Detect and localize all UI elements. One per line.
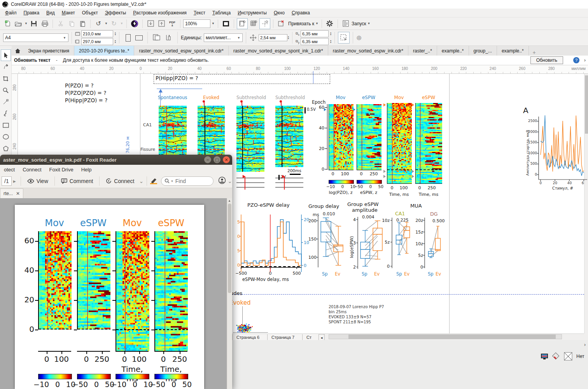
doc-tab-4[interactable]: raster_mov_sorted_espw_ink.cdr* [328,46,408,56]
menu-Справка[interactable]: Справка [288,9,313,16]
menu-Файл[interactable]: Файл [2,9,20,16]
find-box[interactable]: ▾ [161,176,214,186]
smear-tool[interactable] [1,108,11,119]
portrait-button[interactable] [122,32,133,43]
page-height-spinner[interactable]: ▴▾ [115,40,116,44]
page-width-field[interactable]: 210,0 мм [81,30,113,37]
crop-tool[interactable] [1,73,11,84]
new-tab-plus-icon[interactable]: + [529,49,540,56]
zoom-level-caret[interactable]: ▼ [211,22,215,25]
search-content-button[interactable] [130,19,140,29]
publish-pdf-button[interactable]: PDF⤓ [167,19,177,29]
welcome-home-icon[interactable] [12,46,23,56]
close-button[interactable]: ✕ [223,156,230,163]
doc-tab-0[interactable]: Экран приветствия [23,46,74,56]
menu-Правка[interactable]: Правка [20,9,43,16]
minimize-button[interactable]: – [204,156,211,163]
nudge-spinner[interactable]: ▴▾ [288,36,289,40]
rulers-toggle[interactable] [237,18,248,29]
launch-label[interactable]: Запуск [352,21,366,26]
doc-tab-2[interactable]: raster_mov_sorted_espw_spont_ink.cdr* [134,46,228,56]
horizontal-ruler[interactable]: 8060402002040608010012014016018020022024… [12,65,588,74]
no-fill-swatch[interactable] [564,352,572,361]
cut-button[interactable] [56,19,66,29]
undo-button[interactable]: ↺ [93,19,103,29]
tab-close-icon[interactable]: ✕ [16,191,20,196]
zoom-tool[interactable] [1,84,11,96]
comment-tab-button[interactable]: Comment [57,176,97,186]
foxit-window[interactable]: aster_mov_sorted_espw_ink.pdf - Foxit Re… [0,155,232,389]
fill-color-icon[interactable] [552,352,560,360]
undo-caret[interactable]: ▼ [104,22,108,25]
connect-caret[interactable]: ⌄ [139,178,144,184]
pdf-scrollbar-thumb[interactable] [228,204,231,293]
redo-caret[interactable]: ▼ [120,22,124,25]
foxit-menu-Connect[interactable]: Connect [19,166,45,173]
duplicate-x-field[interactable]: 6,35 мм [301,30,329,37]
page-width-spinner[interactable]: ▴▾ [115,32,116,36]
foxit-titlebar[interactable]: aster_mov_sorted_espw_ink.pdf - Foxit Re… [0,155,232,165]
redo-button[interactable]: ↻ [109,19,119,29]
open-button[interactable] [13,19,23,29]
menu-Текст[interactable]: Текст [190,9,209,16]
import-button[interactable] [145,19,156,29]
treat-as-filled-button[interactable] [338,32,350,44]
nudge-field[interactable]: 2,54 мм [259,34,287,41]
freehand-tool[interactable] [1,96,11,108]
menu-Растровые изображения[interactable]: Растровые изображения [130,9,190,16]
print-button[interactable] [40,19,50,29]
shape-tool[interactable] [1,61,11,73]
warning-close-icon[interactable]: › [584,58,586,63]
open-caret[interactable]: ▼ [24,22,28,25]
menu-Объект[interactable]: Объект [79,9,102,16]
doc-tab-1[interactable]: 2020-10-20 Figures te..* [74,46,134,56]
guidelines-toggle[interactable] [259,18,270,29]
zoom-level-select[interactable]: 100% [183,19,210,28]
launch-icon[interactable] [341,19,351,29]
next-page-icon[interactable]: ▸ [13,178,16,184]
highlighter-button[interactable] [150,178,157,184]
horizontal-scrollbar-thumb[interactable] [348,335,556,339]
doc-tab-8[interactable]: example..* [497,46,529,56]
view-tab-button[interactable]: View [23,176,52,186]
page-size-preset-select[interactable]: A4▼ [3,33,68,42]
paste-button[interactable] [77,19,88,29]
save-button[interactable] [29,19,39,29]
maximize-button[interactable]: ▢ [214,156,220,163]
update-text-button[interactable]: Обновить [530,56,563,64]
pdf-content-area[interactable] [0,198,227,389]
account-caret[interactable]: ⌄ [228,178,232,184]
fullscreen-preview-button[interactable] [221,19,231,29]
landscape-button[interactable] [133,32,144,43]
add-plus-icon[interactable]: ⊕ [356,34,362,42]
current-page-button[interactable] [163,32,174,43]
pdf-scroll-up-icon[interactable]: ▲ [228,199,231,202]
duplicate-y-field[interactable]: 6,35 мм [301,38,329,45]
scroll-right-arrow[interactable]: › [584,342,586,347]
dup-x-spinner[interactable]: ▴▾ [330,32,331,36]
help-icon[interactable]: ? [573,57,579,63]
find-caret[interactable]: ▾ [171,179,173,183]
page-height-field[interactable]: 297,0 мм [81,38,113,45]
menu-Макет[interactable]: Макет [58,9,79,16]
export-button[interactable] [156,19,166,29]
page-number-box[interactable]: /1 [2,176,12,186]
pick-tool[interactable] [1,49,11,61]
menu-Эффекты[interactable]: Эффекты [102,9,130,16]
pdf-vertical-scrollbar[interactable]: ▲ [227,198,232,389]
menu-Инструменты[interactable]: Инструменты [234,9,270,16]
menu-Вид[interactable]: Вид [43,9,58,16]
menu-Окно[interactable]: Окно [270,9,288,16]
vertical-scrollbar[interactable] [584,74,588,333]
copy-button[interactable] [66,19,77,29]
snap-off-icon[interactable] [276,19,286,29]
ellipse-tool[interactable] [1,131,11,143]
vertical-scrollbar-thumb[interactable] [585,75,588,134]
polygon-tool[interactable] [1,143,11,154]
find-input[interactable] [175,178,207,185]
horizontal-scrollbar[interactable] [329,334,562,339]
foxit-doc-tab[interactable]: rte...✕ [0,188,23,198]
foxit-menu-Foxit Drive[interactable]: Foxit Drive [46,166,77,173]
grid-toggle[interactable] [248,19,259,29]
units-select[interactable]: миллимет...▼ [204,33,243,42]
